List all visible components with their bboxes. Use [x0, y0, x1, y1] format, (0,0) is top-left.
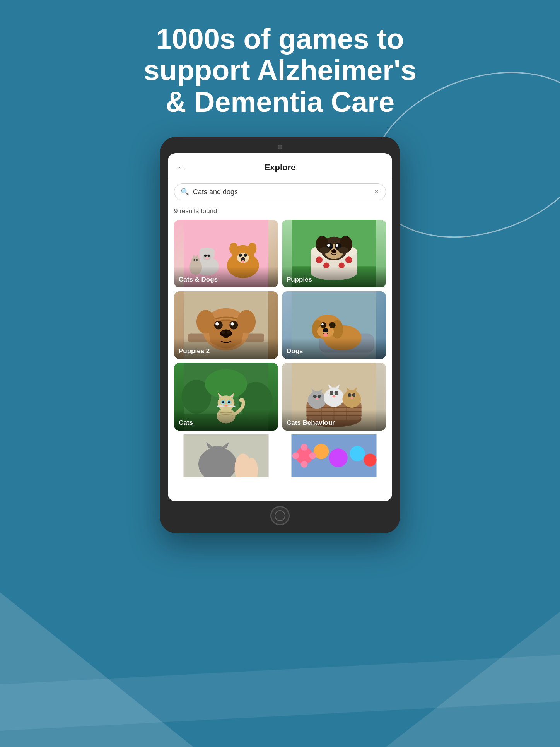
tablet-camera — [278, 145, 282, 149]
svg-point-44 — [331, 249, 336, 253]
headline: 1000s of games to support Alzheimer's & … — [0, 0, 560, 137]
svg-point-45 — [319, 247, 330, 254]
svg-point-118 — [330, 391, 333, 395]
headline-line3: & Dementia Care — [166, 86, 394, 118]
svg-point-84 — [218, 395, 235, 410]
svg-point-59 — [221, 331, 225, 334]
svg-point-127 — [350, 397, 353, 399]
svg-point-91 — [222, 401, 224, 403]
tablet-screen: ← Explore 🔍 ✕ 9 results found — [168, 153, 392, 501]
svg-point-24 — [241, 257, 245, 260]
grid-item-cats[interactable]: Cats — [174, 363, 278, 431]
grid-item-label-cats: Cats — [174, 410, 278, 431]
grid-item-puppies2[interactable]: Puppies 2 — [174, 291, 278, 359]
search-input[interactable] — [193, 188, 374, 196]
back-button[interactable]: ← — [176, 161, 187, 174]
svg-point-113 — [316, 398, 318, 400]
svg-point-73 — [321, 323, 323, 325]
svg-point-18 — [229, 243, 238, 255]
svg-point-6 — [204, 255, 207, 257]
svg-point-56 — [215, 322, 219, 326]
grid-item-partial-2[interactable] — [282, 434, 386, 477]
grid-item-label-dogs: Dogs — [282, 338, 386, 359]
tablet-wrapper: ← Explore 🔍 ✕ 9 results found — [0, 137, 560, 533]
svg-point-144 — [292, 452, 299, 459]
svg-point-8 — [205, 257, 209, 259]
grid-item-partial-1[interactable] — [174, 434, 278, 477]
grid-item-label-puppies: Puppies — [282, 267, 386, 287]
svg-point-92 — [228, 401, 230, 403]
grid-item-label-cats-behaviour: Cats Behaviour — [282, 410, 386, 431]
grid-item-cats-behaviour[interactable]: Cats Behaviour — [282, 363, 386, 431]
svg-point-77 — [329, 322, 335, 328]
tablet-home-button[interactable] — [270, 506, 290, 525]
grid-item-label-puppies2: Puppies 2 — [174, 338, 278, 359]
svg-point-22 — [240, 254, 241, 255]
svg-point-126 — [352, 393, 356, 397]
svg-point-42 — [327, 244, 330, 247]
svg-point-111 — [313, 395, 317, 398]
tablet: ← Explore 🔍 ✕ 9 results found — [160, 137, 400, 533]
svg-point-143 — [301, 461, 308, 468]
grid-item-puppies[interactable]: Puppies — [282, 220, 386, 287]
results-grid: Cats & Dogs — [168, 220, 392, 483]
results-count: 9 results found — [168, 206, 392, 220]
svg-point-119 — [335, 391, 338, 395]
svg-point-122 — [345, 390, 359, 402]
svg-point-7 — [207, 255, 210, 257]
search-bar[interactable]: 🔍 ✕ — [174, 183, 386, 200]
svg-point-71 — [321, 322, 326, 328]
svg-point-115 — [327, 388, 341, 400]
tablet-home-button-ring — [275, 510, 285, 521]
svg-point-13 — [193, 259, 195, 261]
svg-point-108 — [310, 391, 324, 403]
svg-point-120 — [333, 395, 336, 397]
svg-point-43 — [336, 244, 338, 247]
svg-point-139 — [350, 446, 365, 462]
svg-point-125 — [348, 393, 352, 397]
svg-point-4 — [208, 248, 215, 255]
svg-point-31 — [316, 256, 323, 263]
svg-point-53 — [237, 310, 256, 333]
app-title: Explore — [265, 162, 296, 173]
svg-point-57 — [231, 322, 234, 326]
svg-point-60 — [227, 331, 231, 334]
svg-point-138 — [329, 448, 347, 467]
grid-item-dogs[interactable]: Dogs — [282, 291, 386, 359]
grid-item-cats-dogs[interactable]: Cats & Dogs — [174, 220, 278, 287]
svg-point-10 — [191, 256, 200, 264]
svg-point-14 — [196, 259, 198, 261]
svg-point-55 — [229, 321, 238, 330]
svg-point-3 — [200, 248, 207, 255]
svg-point-140 — [364, 454, 377, 467]
headline-line1: 1000s of games to — [156, 23, 404, 55]
svg-point-25 — [241, 260, 245, 263]
svg-point-52 — [196, 310, 215, 333]
svg-point-141 — [301, 444, 308, 451]
svg-point-75 — [323, 328, 328, 332]
svg-point-142 — [309, 452, 316, 459]
svg-point-82 — [205, 369, 247, 399]
svg-point-33 — [345, 256, 352, 263]
svg-point-112 — [318, 395, 321, 398]
svg-point-19 — [248, 243, 256, 255]
svg-point-5 — [203, 254, 211, 261]
svg-point-93 — [225, 405, 227, 406]
svg-point-23 — [245, 254, 246, 255]
search-clear-icon[interactable]: ✕ — [374, 188, 379, 196]
svg-point-76 — [323, 333, 328, 337]
app-header: ← Explore — [168, 153, 392, 178]
search-icon: 🔍 — [181, 188, 189, 196]
headline-line2: support Alzheimer's — [143, 54, 417, 86]
svg-point-46 — [338, 247, 348, 254]
grid-item-label-cats-dogs: Cats & Dogs — [174, 267, 278, 287]
svg-point-54 — [214, 321, 223, 330]
svg-point-130 — [205, 446, 230, 470]
